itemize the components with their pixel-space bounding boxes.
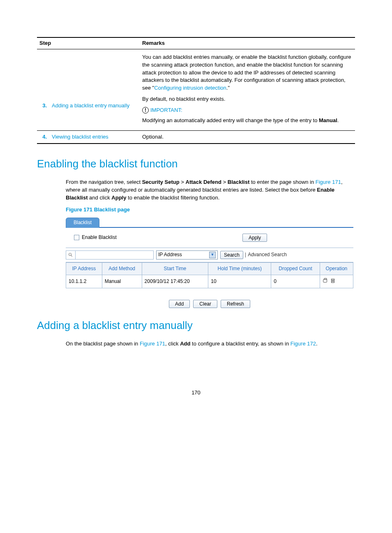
- steps-table: Step Remarks 3. Adding a blacklist entry…: [37, 37, 355, 144]
- refresh-button[interactable]: Refresh: [221, 300, 250, 308]
- page-number: 170: [37, 389, 355, 397]
- link-figure-171-a[interactable]: Figure 171: [316, 179, 341, 185]
- enable-blacklist-label: Enable Blacklist: [82, 234, 117, 241]
- svg-rect-2: [323, 279, 327, 282]
- step-remarks-3: You can add blacklist entries manually, …: [140, 49, 355, 130]
- th-method[interactable]: Add Method: [102, 262, 142, 275]
- section2-para: On the blacklist page shown in Figure 17…: [66, 340, 355, 348]
- remark3-p2: By default, no blacklist entry exists.: [142, 95, 353, 103]
- figure-171: Blacklist Enable Blacklist Apply IP Addr…: [66, 216, 353, 308]
- th-remarks: Remarks: [140, 37, 355, 49]
- important-callout: ! IMPORTANT:: [142, 107, 353, 114]
- step-name-4[interactable]: Viewing blacklist entries: [49, 130, 140, 144]
- cell-start: 2009/10/12 17:45:20: [142, 275, 208, 288]
- advanced-search-link[interactable]: Advanced Search: [248, 251, 287, 258]
- important-icon: !: [142, 107, 149, 114]
- th-start[interactable]: Start Time: [142, 262, 208, 275]
- svg-point-0: [69, 253, 71, 255]
- th-op: Operation: [320, 262, 353, 275]
- cell-ip: 10.1.1.2: [66, 275, 102, 288]
- table-row: 10.1.1.2 Manual 2009/10/12 17:45:20 10 0: [66, 275, 353, 288]
- step-num-3: 3.: [37, 49, 49, 130]
- th-hold[interactable]: Hold Time (minutes): [208, 262, 271, 275]
- tab-strip: Blacklist: [66, 216, 353, 228]
- clear-button[interactable]: Clear: [193, 300, 217, 308]
- remark3-p3c: .: [337, 117, 339, 123]
- svg-line-1: [71, 255, 72, 256]
- button-row: Add Clear Refresh: [66, 300, 353, 308]
- section1-para: From the navigation tree, select Securit…: [66, 178, 355, 202]
- step-num-4: 4.: [37, 130, 49, 144]
- chevron-down-icon: ▼: [209, 252, 216, 258]
- heading-adding-entry: Adding a blacklist entry manually: [37, 318, 355, 334]
- delete-icon[interactable]: [330, 278, 336, 285]
- th-ip[interactable]: IP Address: [66, 262, 102, 275]
- th-dropped[interactable]: Dropped Count: [271, 262, 320, 275]
- search-input[interactable]: [76, 250, 154, 260]
- remark3-p3a: Modifying an automatically added entry w…: [142, 117, 319, 123]
- cell-hold: 10: [208, 275, 271, 288]
- link-figure-171-b[interactable]: Figure 171: [140, 341, 165, 347]
- remark3-text-b: .": [226, 85, 230, 91]
- th-step: Step: [37, 37, 140, 49]
- remark3-p3b: Manual: [319, 117, 337, 123]
- edit-icon[interactable]: [323, 278, 328, 285]
- heading-enabling-blacklist: Enabling the blacklist function: [37, 156, 355, 172]
- enable-row: Enable Blacklist Apply: [66, 228, 353, 248]
- enable-blacklist-checkbox[interactable]: [74, 235, 79, 240]
- figure-171-caption: Figure 171 Blacklist page: [66, 206, 355, 214]
- search-field-select[interactable]: IP Address ▼: [156, 250, 218, 260]
- blacklist-grid: IP Address Add Method Start Time Hold Ti…: [66, 262, 353, 289]
- select-value: IP Address: [158, 251, 182, 258]
- cell-method: Manual: [102, 275, 142, 288]
- search-button[interactable]: Search: [220, 251, 243, 259]
- cell-dropped: 0: [271, 275, 320, 288]
- step-name-3[interactable]: Adding a blacklist entry manually: [49, 49, 140, 130]
- link-config-intrusion[interactable]: Configuring intrusion detection: [154, 85, 226, 91]
- important-label: IMPORTANT:: [150, 107, 182, 114]
- add-button[interactable]: Add: [169, 300, 190, 308]
- link-figure-172[interactable]: Figure 172: [291, 341, 316, 347]
- apply-button[interactable]: Apply: [242, 234, 267, 242]
- cell-op: [320, 275, 353, 288]
- search-icon: [66, 250, 76, 260]
- search-row: IP Address ▼ Search | Advanced Search: [66, 248, 353, 262]
- tab-blacklist[interactable]: Blacklist: [66, 218, 99, 228]
- step-remarks-4: Optional.: [140, 130, 355, 144]
